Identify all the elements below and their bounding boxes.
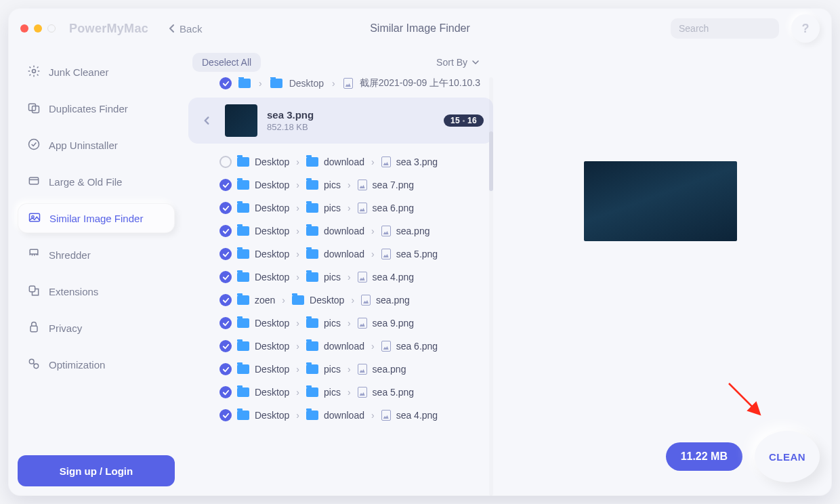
list-item[interactable]: Desktop›pics›sea 6.png [188, 196, 493, 219]
list-item[interactable]: Desktop›download›sea.png [188, 219, 493, 243]
sidebar-item-app-uninstaller[interactable]: App Uninstaller [18, 130, 175, 160]
scrollbar-thumb[interactable] [489, 131, 493, 191]
image-file-icon [358, 272, 367, 282]
sidebar-item-similar-image-finder[interactable]: Similar Image Finder [18, 203, 175, 233]
file-name: sea 4.png [396, 410, 438, 421]
search-input[interactable] [679, 23, 797, 34]
sidebar-item-label: Junk Cleaner [49, 66, 108, 78]
svg-point-12 [29, 359, 34, 364]
sort-by-label: Sort By [436, 57, 467, 68]
path-segment: pics [324, 180, 341, 190]
file-name: sea 9.png [373, 318, 415, 329]
total-count: 16 [467, 116, 477, 125]
sidebar-item-duplicates-finder[interactable]: Duplicates Finder [18, 93, 175, 123]
list-item[interactable]: Desktop›pics›sea 7.png [188, 173, 493, 196]
chevron-up-icon [202, 116, 211, 125]
path-segment: pics [324, 203, 341, 213]
list-item[interactable]: Desktop›pics›sea 4.png [188, 266, 493, 289]
brand-label: PowerMyMac [69, 22, 148, 36]
large-file-icon [27, 174, 41, 190]
checkbox-checked-icon[interactable] [219, 409, 232, 421]
svg-point-5 [29, 139, 39, 149]
list-item[interactable]: Desktop›pics›sea.png [188, 358, 493, 381]
chevron-left-icon [169, 24, 175, 33]
close-window-button[interactable] [20, 24, 28, 33]
group-header[interactable]: sea 3.png 852.18 KB 15 16 [188, 98, 493, 144]
checkbox-checked-icon[interactable] [219, 77, 232, 89]
results-list: Deselect All Sort By › Desktop › [188, 53, 493, 496]
sidebar-item-shredder[interactable]: Shredder [18, 240, 175, 270]
collapse-toggle[interactable] [198, 116, 215, 125]
folder-icon [237, 157, 249, 167]
checkbox-checked-icon[interactable] [219, 294, 232, 306]
list-item[interactable]: Desktop›pics›sea 5.png [188, 381, 493, 404]
folder-icon [306, 364, 318, 374]
back-button[interactable]: Back [169, 23, 202, 35]
sidebar-item-label: Privacy [49, 322, 82, 334]
group-thumbnail [225, 104, 257, 137]
login-button[interactable]: Sign up / Login [18, 455, 175, 486]
sidebar-item-extensions[interactable]: Extensions [18, 276, 175, 306]
folder-icon [237, 411, 249, 420]
checkbox-checked-icon[interactable] [219, 179, 232, 191]
list-item[interactable]: Desktop›download›sea 4.png [188, 404, 493, 427]
list-item-partial[interactable]: › Desktop › 截屏2021-09-09 上午10.10.3 [188, 77, 493, 93]
sort-by-button[interactable]: Sort By [436, 57, 480, 68]
header-bar: PowerMyMac Back Similar Image Finder ? [8, 8, 832, 49]
path-segment: Desktop [310, 295, 344, 306]
zoom-window-button[interactable] [47, 24, 56, 33]
list-item[interactable]: Desktop›download›sea 3.png [188, 150, 493, 173]
checkbox-checked-icon[interactable] [219, 386, 232, 398]
checkbox-checked-icon[interactable] [219, 225, 232, 237]
image-file-icon [381, 226, 391, 236]
sidebar-item-label: Similar Image Finder [49, 213, 143, 224]
file-name: sea 3.png [396, 156, 438, 167]
deselect-all-button[interactable]: Deselect All [192, 53, 261, 72]
checkbox-checked-icon[interactable] [219, 271, 232, 283]
image-file-icon [358, 180, 367, 190]
preview-panel [493, 53, 828, 496]
checkbox-checked-icon[interactable] [219, 317, 232, 329]
checkbox-checked-icon[interactable] [219, 202, 232, 214]
svg-rect-9 [30, 249, 38, 254]
path-segment: pics [324, 387, 341, 398]
list-item[interactable]: Desktop›pics›sea 9.png [188, 312, 493, 335]
folder-icon [237, 249, 249, 259]
extensions-icon [27, 284, 41, 299]
sidebar-item-optimization[interactable]: Optimization [18, 350, 175, 379]
sidebar-item-large-old-file[interactable]: Large & Old File [18, 167, 175, 196]
footer-actions: 11.22 MB CLEAN [666, 431, 820, 482]
help-button[interactable]: ? [791, 14, 820, 43]
sidebar-item-privacy[interactable]: Privacy [18, 313, 175, 343]
checkbox-empty-icon[interactable] [219, 156, 232, 168]
path-segment: download [324, 410, 364, 421]
list-item[interactable]: Desktop›download›sea 6.png [188, 335, 493, 358]
checkbox-checked-icon[interactable] [219, 363, 232, 375]
folder-icon [237, 318, 249, 328]
selection-count-badge: 15 16 [444, 114, 484, 127]
path-segment: pics [324, 364, 341, 375]
sidebar-item-junk-cleaner[interactable]: Junk Cleaner [18, 57, 175, 87]
image-file-icon [381, 249, 391, 259]
file-name: sea.png [376, 295, 410, 306]
folder-icon [238, 79, 251, 88]
clean-button[interactable]: CLEAN [755, 431, 820, 482]
gear-icon [27, 64, 41, 80]
file-name: sea 4.png [373, 272, 415, 282]
sidebar-item-label: Duplicates Finder [49, 103, 128, 114]
path-segment: pics [324, 318, 341, 329]
checkbox-checked-icon[interactable] [219, 340, 232, 352]
checkbox-checked-icon[interactable] [219, 248, 232, 260]
folder-icon [237, 364, 249, 374]
folder-icon [237, 341, 249, 351]
file-name: sea 7.png [373, 180, 415, 190]
minimize-window-button[interactable] [34, 24, 42, 33]
list-item[interactable]: zoen›Desktop›sea.png [188, 289, 493, 312]
path-segment: download [324, 226, 364, 236]
list-item[interactable]: Desktop›download›sea 5.png [188, 243, 493, 266]
search-box[interactable] [671, 18, 779, 39]
image-file-icon [358, 364, 367, 375]
image-file-icon [358, 318, 367, 329]
path-segment: download [324, 341, 364, 352]
path-segment: Desktop [255, 318, 289, 329]
